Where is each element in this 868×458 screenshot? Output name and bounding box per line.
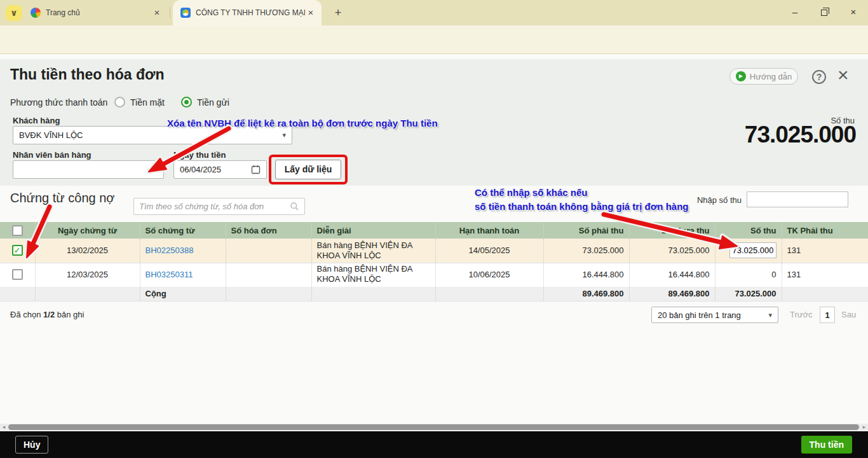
misa-favicon-icon [180, 8, 191, 18]
total-amount-value: 73.025.000 [745, 121, 856, 148]
screen: ∨ Trang chủ × CÔNG TY TNHH THƯƠNG MẠI × … [0, 0, 868, 458]
browser-tab-active[interactable]: CÔNG TY TNHH THƯƠNG MẠI × [173, 0, 322, 25]
total-receivable: 89.469.800 [543, 286, 629, 301]
total-unpaid: 89.469.800 [629, 286, 715, 301]
select-all-checkbox[interactable] [12, 225, 23, 236]
column-header[interactable]: TK Phải thu [782, 222, 868, 239]
row-checkbox[interactable] [12, 269, 23, 280]
window-restore-button[interactable] [810, 0, 839, 25]
empty-cell [435, 286, 543, 301]
scroll-right-icon[interactable]: ▸ [860, 424, 868, 431]
enter-amount-input[interactable] [747, 191, 848, 207]
column-header[interactable]: Số phải thu [543, 222, 629, 239]
doc-date: 13/02/2025 [35, 239, 140, 263]
cancel-button[interactable]: Hủy [15, 436, 48, 454]
doc-date: 12/03/2025 [35, 263, 140, 286]
radio-bank-deposit[interactable] [181, 97, 192, 108]
search-icon[interactable] [290, 202, 299, 211]
selected-records-info: Đã chọn 1/2 bản ghi [10, 310, 84, 319]
window-controls: – × [780, 0, 868, 25]
window-close-button[interactable]: × [839, 0, 868, 25]
doc-description: Bán hàng BỆNH VIỆN ĐA KHOA VĨNH LỘC [311, 239, 435, 263]
table-header-row: Ngày chứng từ Số chứng từ Số hóa đơn Diễ… [0, 222, 868, 239]
horizontal-scrollbar[interactable]: ◂ ▸ [0, 424, 868, 431]
radio-bank-deposit-label[interactable]: Tiền gửi [197, 97, 229, 108]
column-header[interactable]: Diễn giải [311, 222, 435, 239]
help-guide-button[interactable]: ▶ Hướng dẫn [729, 68, 798, 85]
chevron-down-icon[interactable]: ▾ [154, 165, 158, 174]
window-minimize-button[interactable]: – [780, 0, 810, 25]
table-total-row: Cộng 89.469.800 89.469.800 73.025.000 [0, 286, 868, 301]
customer-select[interactable]: BVĐK VĨNH LỘC ▾ [13, 126, 292, 144]
document-search-input[interactable] [139, 202, 290, 211]
new-tab-button[interactable]: + [330, 6, 346, 21]
annotation-note-amount-line1: Có thể nhập số khác nếu [475, 186, 688, 200]
doc-number-link[interactable]: BH02250388 [146, 246, 194, 255]
invoice-number [226, 239, 311, 263]
doc-number-link[interactable]: BH03250311 [146, 270, 193, 279]
row-checkbox-checked[interactable]: ✓ [12, 245, 23, 256]
tab-close-icon[interactable]: × [305, 7, 316, 18]
tab-search-button[interactable]: ∨ [6, 5, 22, 21]
radio-cash[interactable] [114, 97, 125, 108]
documents-table: Ngày chứng từ Số chứng từ Số hóa đơn Diễ… [0, 222, 868, 302]
invoice-number [226, 263, 311, 286]
doc-description: Bán hàng BỆNH VIỆN ĐA KHOA VĨNH LỘC [311, 263, 435, 286]
column-header[interactable]: Số chứng từ [140, 222, 226, 239]
payment-method-label: Phương thức thanh toán [10, 97, 107, 108]
column-header[interactable]: Số hóa đơn [226, 222, 311, 239]
receivable-account: 131 [782, 239, 868, 263]
column-header[interactable]: Hạn thanh toán [435, 222, 543, 239]
collect-money-button[interactable]: Thu tiền [801, 436, 852, 454]
chevron-down-icon[interactable]: ▾ [282, 131, 286, 139]
empty-cell [782, 286, 868, 301]
browser-tab-home[interactable]: Trang chủ × [23, 0, 168, 25]
empty-cell [35, 286, 140, 301]
due-date: 10/06/2025 [435, 263, 543, 286]
table-row[interactable]: 12/03/2025 BH03250311 Bán hàng BỆNH VIỆN… [0, 263, 868, 286]
table-row[interactable]: ✓ 13/02/2025 BH02250388 Bán hàng BỆNH VI… [0, 239, 868, 263]
chevron-down-icon[interactable]: ▾ [768, 311, 772, 319]
empty-cell [226, 286, 311, 301]
popup-close-icon[interactable]: × [837, 64, 849, 86]
row-amount-value: 0 [715, 263, 782, 286]
column-header[interactable]: Số thu [715, 222, 782, 239]
page-size-select[interactable]: 20 bản ghi trên 1 trang ▾ [651, 307, 778, 323]
total-label: Cộng [140, 286, 226, 301]
play-icon: ▶ [736, 71, 746, 81]
get-data-button[interactable]: Lấy dữ liệu [275, 160, 341, 179]
help-icon[interactable]: ? [812, 70, 826, 84]
calendar-icon[interactable] [251, 165, 261, 174]
total-amount: 73.025.000 [715, 286, 782, 301]
selected-prefix: Đã chọn [10, 310, 41, 319]
prev-page-button[interactable]: Trước [790, 310, 813, 319]
collect-date-value: 06/04/2025 [180, 165, 221, 174]
select-all-header [0, 222, 35, 239]
current-page-box[interactable]: 1 [820, 307, 835, 323]
selected-count: 1/2 [43, 310, 55, 319]
tab-close-icon[interactable]: × [151, 7, 163, 18]
page-size-value: 20 bản ghi trên 1 trang [658, 310, 741, 320]
next-page-button[interactable]: Sau [841, 310, 856, 319]
tab-separator [170, 7, 170, 18]
browser-toolbar: ← → ⟳ actapp.misa.vn/app/popup/BADeposit… [0, 25, 868, 54]
annotation-note-amount-line2: số tiền thanh toán không bằng giá trị đơ… [475, 200, 688, 214]
salesperson-select[interactable]: ▾ [13, 160, 164, 179]
scrollbar-thumb[interactable] [8, 424, 859, 430]
receivable-account: 131 [782, 263, 868, 286]
customer-label: Khách hàng [13, 116, 60, 125]
receivable-amount: 73.025.000 [543, 239, 629, 263]
chrome-favicon-icon [31, 8, 41, 18]
receivable-amount: 16.444.800 [543, 263, 629, 286]
salesperson-label: Nhân viên bán hàng [13, 150, 92, 160]
browser-tab-bar: ∨ Trang chủ × CÔNG TY TNHH THƯƠNG MẠI × … [0, 0, 868, 25]
column-header[interactable]: Ngày chứng từ [35, 222, 140, 239]
chevron-down-icon: ∨ [10, 8, 17, 18]
check-icon: ✓ [14, 246, 21, 255]
row-amount-input[interactable] [729, 242, 776, 258]
scroll-left-icon[interactable]: ◂ [0, 424, 8, 431]
collect-date-input[interactable]: 06/04/2025 [173, 160, 267, 179]
document-search-box[interactable] [133, 198, 305, 215]
column-header[interactable]: Số chưa thu [629, 222, 715, 239]
radio-cash-label[interactable]: Tiền mặt [130, 97, 165, 108]
